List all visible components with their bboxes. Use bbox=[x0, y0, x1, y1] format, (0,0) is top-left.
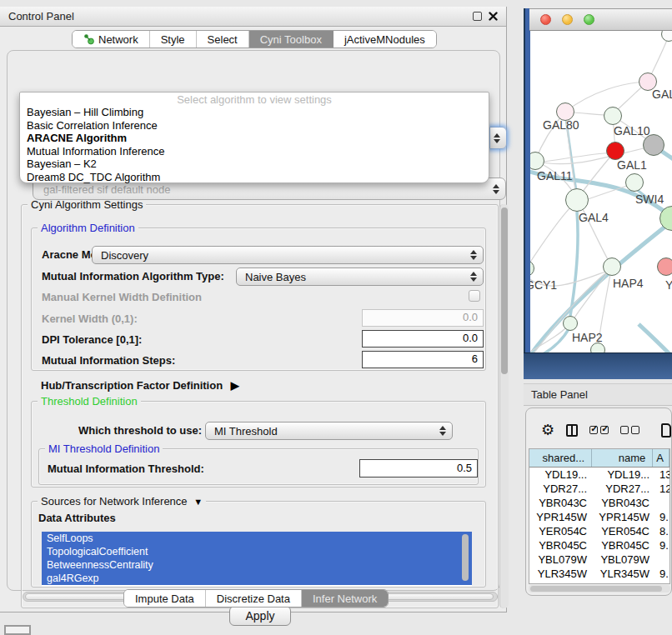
algorithm-option[interactable]: Mutual Information Inference bbox=[20, 145, 489, 158]
table-row[interactable]: YPR145WYPR145W9. bbox=[529, 510, 669, 524]
mi-threshold-field[interactable]: 0.5 bbox=[359, 459, 478, 478]
mi-type-combo[interactable]: Naive Bayes bbox=[236, 268, 484, 286]
apply-button[interactable]: Apply bbox=[229, 606, 291, 626]
algorithm-combo-stepper[interactable] bbox=[489, 127, 507, 149]
cyni-bottom-tabs: Impute DataDiscretize DataInfer Network bbox=[123, 589, 389, 608]
table-cell: 9. bbox=[656, 567, 669, 581]
table-row[interactable]: YLR345WYLR345W9. bbox=[529, 567, 669, 581]
column-header[interactable]: A bbox=[653, 449, 669, 467]
settings-group-title: Cyni Algorithm Settings bbox=[28, 198, 146, 211]
network-icon bbox=[83, 33, 94, 45]
node-swi4[interactable] bbox=[625, 173, 644, 192]
threshold-definition-title: Threshold Definition bbox=[38, 395, 141, 408]
control-panel-window: Control Panel NetworkStyleSelectCyni Too… bbox=[0, 7, 507, 612]
sources-group-title[interactable]: Sources for Network Inference ▼ bbox=[38, 495, 206, 508]
mi-steps-field[interactable]: 6 bbox=[362, 351, 484, 368]
network-edge bbox=[639, 324, 672, 352]
node-gal10[interactable] bbox=[604, 107, 622, 125]
table-cell: YDL19... bbox=[594, 468, 656, 482]
table-row[interactable]: YBR043CYBR043C bbox=[529, 496, 669, 510]
attribute-item[interactable]: TopologicalCoefficient bbox=[42, 545, 472, 558]
table-cell: YDL19... bbox=[529, 468, 594, 482]
table-cell: 9. bbox=[656, 510, 669, 524]
which-threshold-value: MI Threshold bbox=[214, 425, 278, 438]
table-cell: 9. bbox=[656, 538, 669, 552]
tab-select[interactable]: Select bbox=[197, 31, 249, 48]
tab-style[interactable]: Style bbox=[150, 31, 197, 48]
float-window-icon[interactable] bbox=[473, 12, 482, 21]
table-row[interactable]: YBR045CYBR045C9. bbox=[529, 538, 669, 552]
gear-icon[interactable]: ⚙ bbox=[541, 422, 554, 438]
tab-label: Network bbox=[98, 33, 138, 46]
table-horizontal-scrollbar[interactable] bbox=[529, 585, 670, 592]
kernel-width-label: Kernel Width (0,1): bbox=[42, 312, 138, 325]
algorithm-option[interactable]: ARACNE Algorithm bbox=[20, 132, 489, 145]
table-cell: YER054C bbox=[594, 524, 656, 538]
network-canvas[interactable]: GALGAL80GAL10GAL1GAL11SWI4GAL4GCY1HAP4YH… bbox=[530, 31, 672, 352]
close-icon[interactable] bbox=[489, 12, 498, 21]
attributes-scrollbar[interactable] bbox=[462, 534, 469, 581]
attribute-item[interactable]: SelfLoops bbox=[42, 532, 472, 545]
tab-discretize-data[interactable]: Discretize Data bbox=[206, 590, 302, 607]
threshold-definition-group: Threshold Definition Which threshold to … bbox=[31, 401, 486, 488]
minimize-traffic-light[interactable] bbox=[562, 14, 573, 25]
table-panel-titlebar: Table Panel bbox=[524, 383, 672, 406]
table-row[interactable]: YDR27...YDR27...12 bbox=[529, 482, 669, 496]
algorithm-dropdown-placeholder: Select algorithm to view settings bbox=[20, 93, 489, 106]
table-row[interactable]: YBL079WYBL079W bbox=[529, 552, 669, 567]
close-traffic-light[interactable] bbox=[540, 14, 551, 25]
node-hap2[interactable] bbox=[563, 316, 578, 331]
tab-infer-network[interactable]: Infer Network bbox=[302, 590, 388, 607]
minimized-panel-chip[interactable] bbox=[4, 625, 31, 635]
settings-vertical-scrollbar[interactable] bbox=[499, 204, 509, 608]
column-header[interactable]: shared... bbox=[529, 449, 592, 467]
table-row[interactable]: YDL19...YDL19...13 bbox=[529, 468, 669, 482]
network-edge bbox=[565, 82, 648, 112]
algorithm-option[interactable]: Bayesian – K2 bbox=[20, 158, 489, 171]
manual-kernel-checkbox[interactable] bbox=[469, 290, 480, 302]
node-label: GAL bbox=[652, 88, 672, 101]
table-cell: 8. bbox=[656, 524, 669, 538]
aracne-mode-combo[interactable]: Discovery bbox=[92, 246, 484, 264]
table-cell: YBR045C bbox=[529, 538, 594, 552]
zoom-traffic-light[interactable] bbox=[584, 14, 594, 25]
attribute-item[interactable]: BetweennessCentrality bbox=[42, 558, 472, 572]
attribute-item[interactable]: gal4RGexp bbox=[42, 572, 472, 585]
select-all-columns-icon[interactable] bbox=[589, 426, 609, 434]
new-table-icon[interactable] bbox=[661, 423, 671, 438]
network-window-titlebar[interactable] bbox=[529, 8, 672, 31]
algorithm-option[interactable]: Dream8 DC_TDC Algorithm bbox=[20, 171, 489, 184]
algorithm-dropdown: Select algorithm to view settings Bayesi… bbox=[19, 92, 489, 183]
node-label: GAL1 bbox=[617, 158, 647, 172]
tab-cyni-toolbox[interactable]: Cyni Toolbox bbox=[249, 31, 333, 48]
deselect-all-columns-icon[interactable] bbox=[620, 426, 639, 434]
node-label: SWI4 bbox=[635, 192, 664, 206]
tab-jactivemnodules[interactable]: jActiveMNodules bbox=[333, 31, 436, 48]
table-row[interactable]: YER054CYER054C8. bbox=[529, 524, 669, 538]
node-y[interactable] bbox=[657, 258, 672, 276]
algorithm-option[interactable]: Bayesian – Hill Climbing bbox=[20, 106, 489, 119]
table-toolbar: ⚙ bbox=[526, 418, 671, 442]
node-label: GAL11 bbox=[537, 169, 573, 182]
table-cell bbox=[656, 552, 669, 567]
tab-impute-data[interactable]: Impute Data bbox=[124, 590, 206, 607]
algorithm-option[interactable]: Basic Correlation Inference bbox=[20, 119, 489, 132]
tab-network[interactable]: Network bbox=[73, 31, 150, 48]
kernel-width-field[interactable]: 0.0 bbox=[362, 309, 484, 327]
mi-steps-label: Mutual Information Steps: bbox=[42, 354, 175, 367]
network-node[interactable] bbox=[590, 342, 605, 352]
table-row[interactable]: YIL052CYIL052C9 bbox=[529, 581, 669, 584]
node-gal4[interactable] bbox=[565, 188, 589, 212]
dpi-tolerance-field[interactable]: 0.0 bbox=[362, 330, 484, 348]
column-view-icon[interactable] bbox=[566, 424, 578, 437]
node-gal1[interactable] bbox=[606, 142, 624, 160]
table-cell: 9 bbox=[656, 581, 669, 584]
column-header[interactable]: name bbox=[592, 449, 653, 467]
table-cell: YBR045C bbox=[594, 538, 656, 552]
node-hap4[interactable] bbox=[603, 258, 621, 276]
network-view-window: GALGAL80GAL10GAL1GAL11SWI4GAL4GCY1HAP4YH… bbox=[524, 7, 672, 379]
which-threshold-combo[interactable]: MI Threshold bbox=[205, 422, 453, 440]
hub-definition-expander[interactable]: Hub/Transcription Factor Definition ▶ bbox=[41, 379, 239, 392]
network-node[interactable] bbox=[643, 134, 664, 156]
table-cell: YBL079W bbox=[594, 552, 656, 567]
